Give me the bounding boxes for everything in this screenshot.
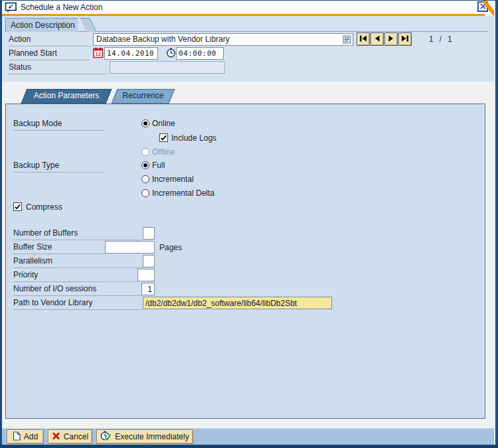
window-title: Schedule a New Action [21,3,102,12]
radio-incremental-label[interactable]: Incremental [152,175,194,184]
vendor-library-path-label: Path to Vendor Library [13,297,143,310]
execute-clock-check-icon [100,431,112,443]
last-record-button[interactable] [398,33,412,46]
buffer-size-unit-label: Pages [159,243,182,252]
buffer-size-label: Buffer Size [13,242,105,254]
dialog-window-icon [5,2,17,15]
action-select[interactable]: Database Backup with Vendor Library [93,33,353,46]
next-record-button[interactable] [384,33,398,46]
status-label: Status [9,62,106,74]
parallelism-label: Parallelism [13,256,143,268]
add-document-icon [13,431,21,443]
window-border-left [0,0,2,448]
first-record-button[interactable] [357,33,370,46]
planned-start-time-input[interactable] [176,47,224,60]
previous-record-button[interactable] [371,33,384,46]
svg-text:12: 12 [95,51,101,57]
section-header-underline [5,31,488,32]
io-sessions-input[interactable] [141,283,155,295]
add-button-label: Add [24,432,38,441]
execute-button-label: Execute Immediately [115,432,189,441]
add-button[interactable]: Add [7,429,44,444]
window-border-bottom [0,445,498,448]
radio-full-label[interactable]: Full [152,161,165,170]
checkmark-icon [14,203,21,210]
cancel-button[interactable]: Cancel [48,429,92,444]
calendar-icon[interactable]: 12 [93,47,104,60]
planned-start-date-input[interactable] [104,47,158,60]
radio-offline-label: Offline [152,147,175,157]
cancel-x-icon [52,432,60,442]
backup-mode-label: Backup Mode [13,118,104,131]
radio-incremental[interactable] [141,175,149,183]
checkbox-include-logs-label[interactable]: Include Logs [171,133,216,143]
vendor-library-path-input[interactable] [143,297,332,309]
tab-action-parameters-label: Action Parameters [24,89,109,103]
number-of-buffers-label: Number of Buffers [13,228,141,240]
pagination-separator: / [440,35,442,44]
execute-immediately-button[interactable]: Execute Immediately [96,429,193,444]
section-header-tab: Action Description [5,18,78,32]
backup-type-label: Backup Type [13,160,104,173]
checkmark-icon [160,134,167,141]
title-bar: Schedule a New Action [2,1,495,14]
pagination-total: 1 [448,35,452,44]
planned-start-label: Planned Start [9,48,91,60]
radio-online-label[interactable]: Online [152,119,175,128]
action-label: Action [9,34,91,46]
action-select-value: Database Backup with Vendor Library [96,35,230,44]
dropdown-list-icon[interactable] [343,35,351,47]
radio-full[interactable] [141,161,149,169]
schedule-action-dialog: Schedule a New Action Action Description… [0,0,498,448]
next-record-icon [388,35,394,44]
window-border-right [495,0,498,448]
radio-offline [141,148,149,156]
clock-icon [166,48,176,60]
record-pagination: 1 / 1 [429,35,452,44]
io-sessions-label: Number of I/O sessions [13,283,141,296]
radio-online[interactable] [141,119,149,127]
cancel-button-label: Cancel [64,432,88,441]
priority-label: Priority [13,269,137,282]
number-of-buffers-input[interactable] [143,227,155,240]
parallelism-input[interactable] [143,255,155,267]
first-record-icon [359,35,367,44]
tab-recurrence[interactable]: Recurrence [114,89,172,104]
tab-action-parameters[interactable]: Action Parameters [24,89,109,104]
previous-record-icon [374,35,380,44]
buffer-size-input[interactable] [105,241,155,254]
last-record-icon [401,35,409,44]
radio-incremental-delta-label[interactable]: Incremental Delta [152,188,214,198]
tab-recurrence-label: Recurrence [114,89,172,103]
checkbox-compress[interactable] [13,202,22,211]
checkbox-compress-label[interactable]: Compress [26,202,62,212]
radio-incremental-delta[interactable] [141,189,149,197]
priority-input[interactable] [137,269,155,281]
status-field [110,61,225,74]
checkbox-include-logs[interactable] [159,133,168,142]
pagination-current: 1 [429,35,434,44]
window-border-top [0,0,498,1]
